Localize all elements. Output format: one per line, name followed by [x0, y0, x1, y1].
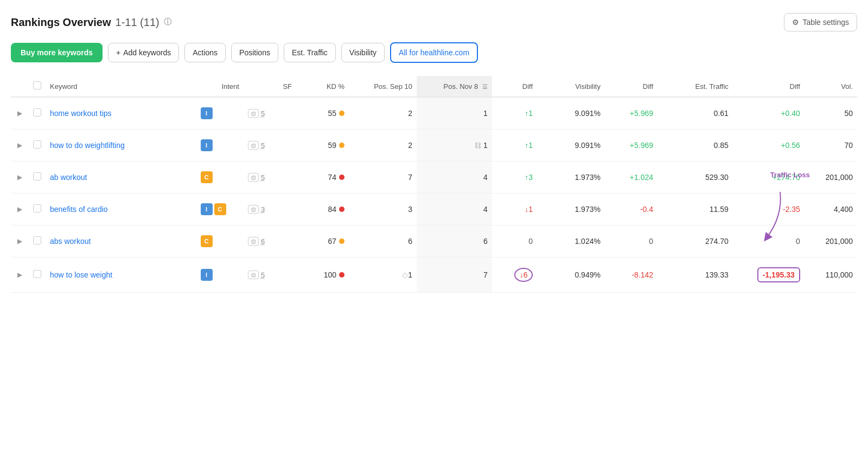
pos-sep10-cell: 3	[349, 194, 417, 225]
vis-diff-value: +1.024	[630, 173, 653, 182]
visibility-cell: 0.949%	[537, 257, 605, 293]
expand-button[interactable]: ▶	[15, 204, 24, 214]
intent-badge-c: C	[201, 235, 213, 247]
pos-sep10-cell: ◇1	[349, 257, 417, 293]
vis-diff-cell: 0	[605, 225, 658, 257]
tab-traffic[interactable]: Est. Traffic	[284, 43, 336, 62]
diff-value: ↑1	[525, 109, 533, 118]
est-traffic-value: 529.30	[705, 173, 729, 182]
intent-badge-c: C	[201, 171, 213, 183]
sf-content: ⊡6	[248, 237, 292, 246]
keyword-link[interactable]: how to do weightlifting	[50, 141, 125, 150]
traffic-diff-value: +0.40	[781, 109, 800, 118]
sf-count: 5	[261, 271, 265, 279]
row-expand: ▶	[11, 194, 29, 225]
traffic-diff-cell: -2.35Traffic Loss	[733, 194, 805, 225]
kd-dot	[339, 272, 344, 278]
expand-button[interactable]: ▶	[15, 140, 24, 150]
tab-visibility[interactable]: Visibility	[341, 43, 385, 62]
keyword-link[interactable]: home workout tips	[50, 109, 112, 118]
row-checkbox[interactable]	[33, 270, 41, 278]
table-settings-button[interactable]: ⚙ Table settings	[784, 13, 857, 31]
traffic-diff-value: +274.70	[773, 173, 800, 182]
row-checkbox[interactable]	[33, 172, 41, 181]
keyword-link[interactable]: benefits of cardio	[50, 205, 108, 214]
sort-icon[interactable]: ☰	[482, 83, 488, 90]
sf-content: ⊡3	[248, 205, 292, 214]
sf-icon: ⊡	[248, 141, 259, 150]
expand-button[interactable]: ▶	[15, 236, 24, 246]
kd-content: 67	[301, 237, 344, 246]
col-expand	[11, 76, 29, 97]
header-checkbox[interactable]	[33, 81, 41, 89]
diff-cell: ↑1	[492, 130, 537, 162]
add-keywords-label: Add keywords	[123, 48, 171, 57]
vol-cell: 201,000	[805, 162, 857, 194]
pos-sep10-value: 3	[408, 205, 412, 214]
tab-all[interactable]: All for healthline.com	[390, 42, 478, 63]
col-intent: Intent	[196, 76, 244, 97]
intent-group: C	[201, 235, 239, 247]
pos-sep10-cell: 2	[349, 97, 417, 130]
diff-value: 0	[528, 237, 533, 246]
sf-icon: ⊡	[248, 109, 259, 118]
est-traffic-value: 0.61	[714, 109, 729, 118]
tab-positions[interactable]: Positions	[231, 43, 278, 62]
keyword-link[interactable]: ab workout	[50, 173, 87, 182]
intent-badge-i: I	[201, 269, 213, 281]
pos-nov8-value: 1	[483, 109, 488, 118]
kd-content: 55	[301, 109, 344, 118]
pos-sep10-value: 6	[408, 237, 412, 246]
page-title: Rankings Overview 1-11 (11) ⓘ	[11, 16, 171, 29]
col-pos-nov8: Pos. Nov 8 ☰	[417, 76, 492, 97]
pos-nov8-cell: 7	[417, 257, 492, 293]
kd-cell: 74	[296, 162, 349, 194]
keyword-link[interactable]: abs workout	[50, 237, 91, 246]
row-checkbox[interactable]	[33, 236, 41, 244]
row-checkbox-cell	[29, 162, 46, 194]
sf-content: ⊡5	[248, 173, 292, 182]
diff-cell: ↑1	[492, 97, 537, 130]
kd-content: 100	[301, 270, 344, 279]
add-keywords-button[interactable]: + Add keywords	[108, 43, 179, 62]
est-traffic-cell: 139.33	[658, 257, 733, 293]
row-checkbox[interactable]	[33, 140, 41, 149]
row-checkbox-cell	[29, 194, 46, 225]
pos-nov8-cell: 4	[417, 162, 492, 194]
pos-sep10-value: 7	[408, 173, 412, 182]
est-traffic-value: 11.59	[710, 205, 729, 214]
expand-button[interactable]: ▶	[15, 108, 24, 118]
vis-diff-value: +5.969	[630, 109, 653, 118]
row-checkbox[interactable]	[33, 108, 41, 117]
kd-value: 74	[328, 173, 337, 182]
est-traffic-cell: 11.59	[658, 194, 733, 225]
keyword-link[interactable]: how to lose weight	[50, 270, 112, 279]
row-checkbox[interactable]	[33, 204, 41, 212]
pos-sep10-value: 2	[408, 141, 412, 150]
intent-group: IC	[201, 203, 239, 215]
est-traffic-cell: 0.85	[658, 130, 733, 162]
traffic-diff-highlighted: -1,195.33	[757, 267, 800, 282]
info-icon[interactable]: ⓘ	[164, 17, 171, 27]
kd-value: 67	[328, 237, 337, 246]
diff-value: ↓1	[525, 205, 533, 214]
kd-content: 84	[301, 205, 344, 214]
vis-diff-cell: +1.024	[605, 162, 658, 194]
title-range: 1-11 (11)	[116, 16, 159, 29]
kd-content: 74	[301, 173, 344, 182]
keyword-cell: ab workout	[46, 162, 196, 194]
expand-button[interactable]: ▶	[15, 172, 24, 182]
table-row: ▶benefits of cardioIC⊡38434↓11.973%-0.41…	[11, 194, 857, 225]
kd-cell: 59	[296, 130, 349, 162]
page-header: Rankings Overview 1-11 (11) ⓘ ⚙ Table se…	[11, 13, 857, 31]
col-pos-sep10: Pos. Sep 10	[349, 76, 417, 97]
col-vol: Vol.	[805, 76, 857, 97]
intent-badge-i: I	[201, 139, 213, 151]
table-row: ▶abs workoutC⊡6676601.024%0274.700201,00…	[11, 225, 857, 257]
buy-keywords-button[interactable]: Buy more keywords	[11, 43, 103, 62]
vis-diff-value: 0	[649, 237, 653, 246]
actions-button[interactable]: Actions	[184, 43, 226, 62]
vol-value: 201,000	[825, 173, 853, 182]
sf-cell: ⊡5	[244, 130, 296, 162]
expand-button[interactable]: ▶	[15, 270, 24, 280]
